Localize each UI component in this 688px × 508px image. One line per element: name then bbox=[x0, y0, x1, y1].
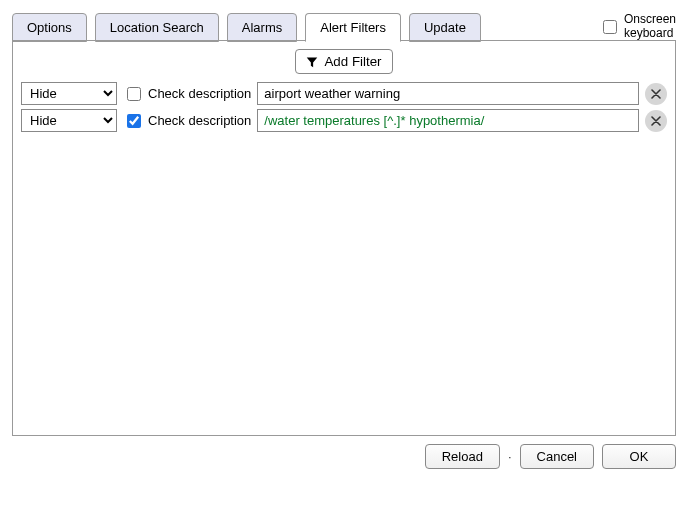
check-description-label: Check description bbox=[148, 113, 251, 128]
filter-row: Hide Check description bbox=[21, 82, 667, 105]
tab-bar: Options Location Search Alarms Alert Fil… bbox=[12, 12, 591, 41]
onscreen-keyboard-toggle[interactable]: Onscreen keyboard bbox=[599, 13, 676, 39]
filter-row: Hide Check description bbox=[21, 109, 667, 132]
filter-action-select[interactable]: Hide bbox=[21, 82, 117, 105]
onscreen-keyboard-label-1: Onscreen bbox=[624, 13, 676, 26]
check-description-label: Check description bbox=[148, 86, 251, 101]
close-icon bbox=[651, 116, 661, 126]
filter-pattern-input[interactable] bbox=[257, 82, 639, 105]
check-description-toggle[interactable]: Check description bbox=[123, 111, 251, 131]
filter-icon bbox=[306, 56, 318, 68]
filter-pattern-input[interactable] bbox=[257, 109, 639, 132]
tab-alarms[interactable]: Alarms bbox=[227, 13, 297, 42]
add-filter-label: Add Filter bbox=[324, 54, 381, 69]
check-description-checkbox[interactable] bbox=[127, 114, 141, 128]
ok-button[interactable]: OK bbox=[602, 444, 676, 469]
separator-dot: · bbox=[508, 449, 512, 464]
tab-alert-filters[interactable]: Alert Filters bbox=[305, 13, 401, 42]
alert-filters-panel: Add Filter Hide Check description Hide C… bbox=[12, 40, 676, 436]
check-description-toggle[interactable]: Check description bbox=[123, 84, 251, 104]
tab-options[interactable]: Options bbox=[12, 13, 87, 42]
tab-update[interactable]: Update bbox=[409, 13, 481, 42]
add-filter-button[interactable]: Add Filter bbox=[295, 49, 392, 74]
remove-filter-button[interactable] bbox=[645, 110, 667, 132]
check-description-checkbox[interactable] bbox=[127, 87, 141, 101]
remove-filter-button[interactable] bbox=[645, 83, 667, 105]
onscreen-keyboard-checkbox[interactable] bbox=[603, 20, 617, 34]
onscreen-keyboard-label-2: keyboard bbox=[624, 27, 676, 40]
dialog-footer: Reload · Cancel OK bbox=[12, 444, 676, 469]
filter-action-select[interactable]: Hide bbox=[21, 109, 117, 132]
reload-button[interactable]: Reload bbox=[425, 444, 500, 469]
cancel-button[interactable]: Cancel bbox=[520, 444, 594, 469]
close-icon bbox=[651, 89, 661, 99]
tab-location-search[interactable]: Location Search bbox=[95, 13, 219, 42]
